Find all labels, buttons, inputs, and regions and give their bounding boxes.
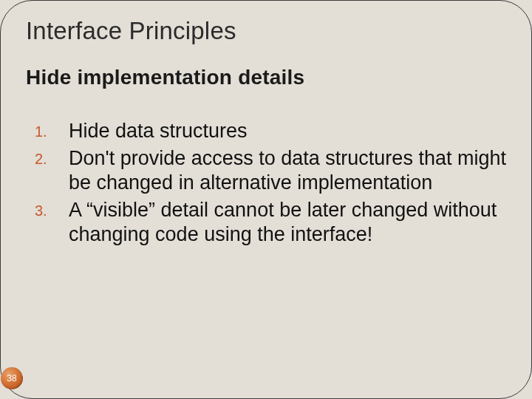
list-item-text: Hide data structures	[69, 120, 248, 142]
list-item-text: Don't provide access to data structures …	[69, 147, 506, 194]
page-number-badge: 38	[1, 367, 23, 389]
slide-subtitle: Hide implementation details	[26, 66, 509, 89]
list-item: 3. A “visible” detail cannot be later ch…	[69, 198, 509, 247]
list-item-number: 1.	[35, 123, 47, 140]
slide-frame: Interface Principles Hide implementation…	[0, 0, 532, 399]
list-item: 2. Don't provide access to data structur…	[69, 146, 509, 195]
list-item-text: A “visible” detail cannot be later chang…	[69, 199, 497, 245]
list-item-number: 3.	[35, 202, 47, 219]
bullet-list: 1. Hide data structures 2. Don't provide…	[26, 119, 509, 247]
page-number: 38	[7, 373, 16, 383]
list-item: 1. Hide data structures	[69, 119, 509, 143]
slide-title: Interface Principles	[26, 17, 509, 45]
list-item-number: 2.	[35, 150, 47, 168]
